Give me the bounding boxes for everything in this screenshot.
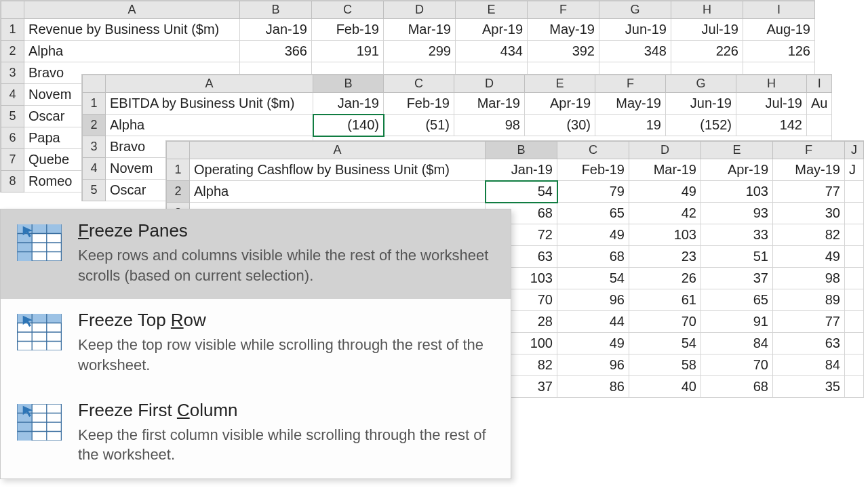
cell-C2[interactable]: 191 xyxy=(312,41,384,62)
cell-E1[interactable]: Apr-19 xyxy=(701,159,773,181)
col-C[interactable]: C xyxy=(384,75,454,93)
cell-D1[interactable]: Mar-19 xyxy=(629,159,701,181)
cell-E5[interactable]: 51 xyxy=(701,246,773,268)
cell-A1[interactable]: Revenue by Business Unit ($m) xyxy=(24,19,240,41)
cell-E3[interactable]: 93 xyxy=(701,203,773,224)
cell-D5[interactable]: 23 xyxy=(629,246,701,268)
row-hdr-1[interactable]: 1 xyxy=(83,93,106,115)
cell-F8[interactable]: 77 xyxy=(773,311,845,333)
col-B[interactable]: B xyxy=(486,142,557,159)
cell-E1[interactable]: Apr-19 xyxy=(456,19,528,41)
cell-E2[interactable]: (30) xyxy=(525,115,595,136)
cell-G2[interactable]: (152) xyxy=(666,115,736,136)
row-1[interactable]: 1 Revenue by Business Unit ($m) Jan-19 F… xyxy=(1,19,815,41)
menu-item-freeze-top-row[interactable]: Freeze Top Row Keep the top row visible … xyxy=(1,299,511,388)
cell-A2[interactable]: Alpha xyxy=(24,41,240,62)
col-H[interactable]: H xyxy=(736,75,807,93)
col-B[interactable]: B xyxy=(313,75,384,93)
cell-J1[interactable]: J xyxy=(845,159,864,181)
cell-D1[interactable]: Mar-19 xyxy=(384,19,456,41)
select-all-corner[interactable] xyxy=(167,142,190,159)
cell-B1[interactable]: Jan-19 xyxy=(486,159,557,181)
cell-H1[interactable]: Jul-19 xyxy=(736,93,807,115)
cell-C4[interactable]: 49 xyxy=(557,224,629,246)
col-I[interactable]: I xyxy=(807,75,832,93)
col-A[interactable]: A xyxy=(24,1,240,19)
col-D[interactable]: D xyxy=(629,142,701,159)
col-J[interactable]: J xyxy=(845,142,864,159)
col-header-row[interactable]: A B C D E F G H I xyxy=(83,75,832,93)
cell-A1[interactable]: EBITDA by Business Unit ($m) xyxy=(106,93,313,115)
col-A[interactable]: A xyxy=(190,142,486,159)
row-hdr-4[interactable]: 4 xyxy=(1,84,24,106)
cell-D2[interactable]: 299 xyxy=(384,41,456,62)
row-hdr-2[interactable]: 2 xyxy=(167,181,190,203)
cell-E4[interactable]: 33 xyxy=(701,224,773,246)
row-hdr-1[interactable]: 1 xyxy=(1,19,24,41)
col-G[interactable]: G xyxy=(666,75,736,93)
cell-B2[interactable]: 54 xyxy=(486,181,557,203)
col-G[interactable]: G xyxy=(599,1,671,19)
col-D[interactable]: D xyxy=(454,75,525,93)
row-hdr-2[interactable]: 2 xyxy=(83,115,106,136)
col-H[interactable]: H xyxy=(671,1,743,19)
cell-E6[interactable]: 37 xyxy=(701,268,773,289)
cell-D6[interactable]: 26 xyxy=(629,268,701,289)
cell-C10[interactable]: 96 xyxy=(557,354,629,376)
row-2[interactable]: 2 Alpha366191299434392348226126 xyxy=(1,41,815,62)
cell-E8[interactable]: 91 xyxy=(701,311,773,333)
cell-G1[interactable]: Jun-19 xyxy=(666,93,736,115)
cell-E2[interactable]: 434 xyxy=(456,41,528,62)
cell-F2[interactable]: 392 xyxy=(528,41,599,62)
cell-F5[interactable]: 49 xyxy=(773,246,845,268)
cell-D11[interactable]: 40 xyxy=(629,376,701,398)
cell-F1[interactable]: May-19 xyxy=(528,19,599,41)
cell-B2[interactable]: 366 xyxy=(240,41,312,62)
cell-C7[interactable]: 96 xyxy=(557,289,629,311)
cell-H1[interactable]: Jul-19 xyxy=(671,19,743,41)
cell-D2[interactable]: 98 xyxy=(454,115,525,136)
cell-H2[interactable]: 142 xyxy=(736,115,807,136)
col-header-row[interactable]: A B C D E F G H I xyxy=(1,1,815,19)
row-hdr-6[interactable]: 6 xyxy=(1,127,24,149)
select-all-corner[interactable] xyxy=(83,75,106,93)
cell-F2[interactable]: 19 xyxy=(595,115,666,136)
row-2[interactable]: 2Alpha54794910377 xyxy=(167,181,864,203)
select-all-corner[interactable] xyxy=(1,1,24,19)
col-header-row[interactable]: A B C D E F J xyxy=(167,142,864,159)
cell-D4[interactable]: 103 xyxy=(629,224,701,246)
cell-F6[interactable]: 98 xyxy=(773,268,845,289)
cell-C11[interactable]: 86 xyxy=(557,376,629,398)
cell-D2[interactable]: 49 xyxy=(629,181,701,203)
cell-F9[interactable]: 63 xyxy=(773,333,845,354)
cell-D1[interactable]: Mar-19 xyxy=(454,93,525,115)
cell-E10[interactable]: 70 xyxy=(701,354,773,376)
cell-E9[interactable]: 84 xyxy=(701,333,773,354)
cell-D3[interactable]: 42 xyxy=(629,203,701,224)
cell-F3[interactable]: 30 xyxy=(773,203,845,224)
cell-I1[interactable]: Au xyxy=(807,93,832,115)
col-B[interactable]: B xyxy=(240,1,312,19)
cell-F1[interactable]: May-19 xyxy=(595,93,666,115)
cell-G1[interactable]: Jun-19 xyxy=(599,19,671,41)
cell-I2[interactable]: 126 xyxy=(743,41,815,62)
col-A[interactable]: A xyxy=(106,75,313,93)
cell-F2[interactable]: 77 xyxy=(773,181,845,203)
cell-I1[interactable]: Aug-19 xyxy=(743,19,815,41)
cell-C3[interactable]: 65 xyxy=(557,203,629,224)
row-hdr-2[interactable]: 2 xyxy=(1,41,24,62)
menu-item-freeze-first-column[interactable]: Freeze First Column Keep the first colum… xyxy=(1,389,511,479)
row-1[interactable]: 1 Operating Cashflow by Business Unit ($… xyxy=(167,159,864,181)
col-F[interactable]: F xyxy=(528,1,599,19)
row-hdr-3[interactable]: 3 xyxy=(1,62,24,84)
cell-E2[interactable]: 103 xyxy=(701,181,773,203)
cell-D9[interactable]: 54 xyxy=(629,333,701,354)
cell-A1[interactable]: Operating Cashflow by Business Unit ($m) xyxy=(190,159,486,181)
cell-C2[interactable]: (51) xyxy=(384,115,454,136)
cell-E1[interactable]: Apr-19 xyxy=(525,93,595,115)
cell-A2[interactable]: Alpha xyxy=(190,181,486,203)
row-2[interactable]: 2 Alpha (140) (51) 98 (30) 19 (152) 142 xyxy=(83,115,832,136)
row-hdr-8[interactable]: 8 xyxy=(1,171,24,192)
cell-C6[interactable]: 54 xyxy=(557,268,629,289)
cell-F7[interactable]: 89 xyxy=(773,289,845,311)
